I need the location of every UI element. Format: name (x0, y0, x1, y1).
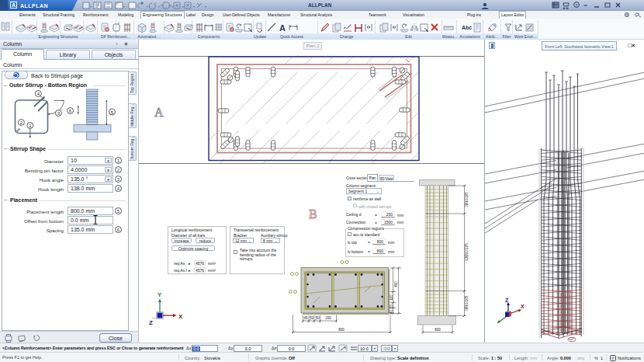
svg-text:Z: Z (149, 319, 153, 326)
svg-text:B: B (309, 207, 317, 221)
svg-text:7Ø10/165: 7Ø10/165 (465, 192, 469, 207)
svg-text:50: 50 (315, 316, 320, 320)
svg-text:X: X (178, 313, 183, 320)
svg-text:▾: ▾ (193, 5, 195, 9)
svg-text:▾: ▾ (158, 5, 160, 9)
svg-text:400: 400 (394, 281, 398, 287)
svg-text:▾: ▾ (171, 5, 173, 9)
svg-text:▾: ▾ (90, 5, 92, 9)
svg-text:?: ? (575, 3, 577, 8)
svg-text:40: 40 (390, 310, 393, 315)
svg-text:▾: ▾ (147, 5, 148, 9)
svg-text:45: 45 (303, 316, 308, 320)
svg-text:7Ø10/165: 7Ø10/165 (465, 295, 469, 311)
svg-text:150: 150 (325, 316, 331, 320)
svg-text:800: 800 (338, 328, 345, 332)
svg-text:Y: Y (158, 291, 162, 298)
svg-text:▾: ▾ (205, 5, 206, 9)
svg-text:50: 50 (310, 316, 314, 320)
svg-text:800: 800 (435, 328, 441, 332)
svg-text:▾: ▾ (182, 5, 184, 9)
svg-text:A: A (154, 106, 164, 119)
svg-text:Z: Z (505, 298, 509, 303)
svg-text:50: 50 (390, 305, 393, 309)
svg-text:12Ø10/225: 12Ø10/225 (465, 243, 469, 261)
svg-text:X: X (521, 304, 525, 309)
svg-text:▾: ▾ (123, 5, 125, 9)
svg-text:110: 110 (390, 294, 393, 301)
